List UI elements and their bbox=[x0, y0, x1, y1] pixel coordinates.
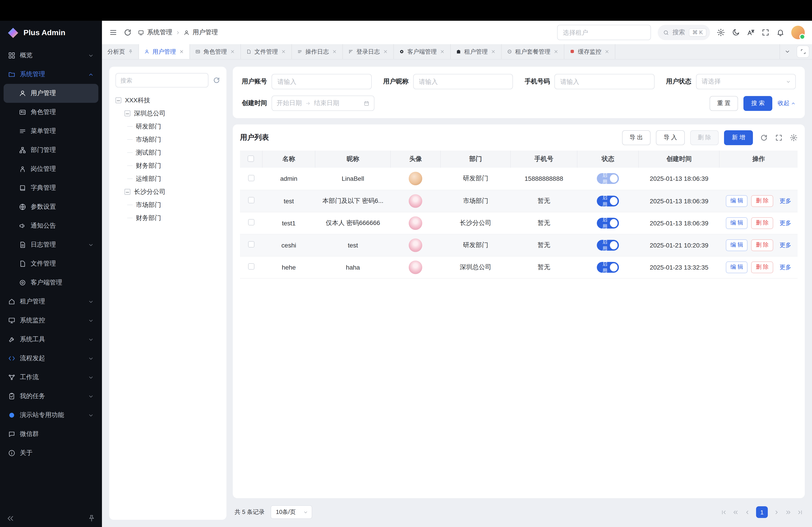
collapse-filters-link[interactable]: 收起 bbox=[778, 99, 796, 107]
delete-row-button[interactable]: 删 除 bbox=[751, 261, 773, 273]
sidebar-item-system[interactable]: 系统管理 bbox=[4, 65, 98, 84]
tab-client-management[interactable]: 客户端管理 bbox=[394, 44, 451, 59]
breadcrumb-item[interactable]: 用户管理 bbox=[193, 28, 218, 36]
tab-tenant-package-management[interactable]: 租户套餐管理 bbox=[502, 44, 564, 59]
reset-button[interactable]: 重 置 bbox=[710, 96, 738, 111]
more-link[interactable]: 更多 bbox=[780, 263, 791, 271]
next-page-button[interactable] bbox=[774, 509, 780, 515]
sidebar-item-wechat-group[interactable]: 微信群 bbox=[4, 425, 98, 443]
settings-button[interactable] bbox=[717, 28, 725, 36]
row-checkbox[interactable] bbox=[248, 197, 254, 203]
fullscreen-button[interactable] bbox=[762, 28, 770, 36]
tree-leaf[interactable]: 运维部门 bbox=[127, 172, 220, 185]
back-5-pages-button[interactable] bbox=[733, 509, 738, 515]
hamburger-menu-button[interactable] bbox=[109, 28, 117, 36]
status-toggle[interactable]: 启用 bbox=[597, 262, 619, 272]
content-fullscreen-button[interactable] bbox=[797, 46, 809, 58]
tree-node-root[interactable]: XXX科技 bbox=[115, 94, 220, 107]
delete-button[interactable]: 删 除 bbox=[690, 130, 719, 145]
close-icon[interactable] bbox=[332, 49, 337, 54]
refresh-page-button[interactable] bbox=[124, 28, 132, 36]
import-button[interactable]: 导 入 bbox=[656, 130, 684, 145]
sidebar-item-files[interactable]: 文件管理 bbox=[4, 254, 98, 273]
table-row[interactable]: test 本部门及以下 密码6... 市场部门 暂无 启用 2025-01-13… bbox=[240, 190, 798, 212]
tab-analysis[interactable]: 分析页 bbox=[102, 44, 139, 59]
close-icon[interactable] bbox=[281, 49, 286, 54]
export-button[interactable]: 导 出 bbox=[622, 130, 651, 145]
tree-node-branch[interactable]: 深圳总公司 bbox=[118, 107, 220, 120]
row-checkbox[interactable] bbox=[248, 241, 254, 247]
tree-leaf[interactable]: 市场部门 bbox=[127, 198, 220, 211]
edit-button[interactable]: 编 辑 bbox=[726, 217, 748, 229]
sidebar-item-notices[interactable]: 通知公告 bbox=[4, 216, 98, 235]
table-fullscreen-button[interactable] bbox=[775, 134, 783, 141]
breadcrumb-item[interactable]: 系统管理 bbox=[147, 28, 172, 36]
tree-leaf[interactable]: 市场部门 bbox=[127, 133, 220, 146]
status-toggle[interactable]: 启用 bbox=[597, 240, 619, 251]
sidebar-item-posts[interactable]: 岗位管理 bbox=[4, 160, 98, 179]
phone-input[interactable] bbox=[554, 74, 654, 89]
logo[interactable]: Plus Admin bbox=[0, 21, 102, 45]
close-icon[interactable] bbox=[179, 49, 184, 54]
global-search-button[interactable]: 搜索 ⌘ K bbox=[657, 25, 710, 40]
tree-node-branch[interactable]: 长沙分公司 bbox=[118, 185, 220, 198]
tab-file-management[interactable]: 文件管理 bbox=[241, 44, 292, 59]
sidebar-item-departments[interactable]: 部门管理 bbox=[4, 141, 98, 160]
close-icon[interactable] bbox=[605, 49, 609, 54]
tree-leaf[interactable]: 财务部门 bbox=[127, 211, 220, 225]
row-checkbox[interactable] bbox=[248, 175, 254, 181]
nickname-input[interactable] bbox=[413, 74, 513, 89]
sidebar-item-process[interactable]: 流程发起 bbox=[4, 349, 98, 368]
tab-operation-log[interactable]: 操作日志 bbox=[292, 44, 343, 59]
tree-collapse-icon[interactable] bbox=[115, 97, 121, 103]
language-button[interactable] bbox=[746, 28, 755, 36]
sidebar-item-my-tasks[interactable]: 我的任务 bbox=[4, 387, 98, 406]
search-button[interactable]: 搜 索 bbox=[744, 96, 772, 111]
delete-row-button[interactable]: 删 除 bbox=[751, 195, 773, 207]
table-settings-button[interactable] bbox=[790, 134, 798, 141]
close-icon[interactable] bbox=[491, 49, 496, 54]
sidebar-item-monitor[interactable]: 系统监控 bbox=[4, 311, 98, 330]
sidebar-item-roles[interactable]: 角色管理 bbox=[4, 103, 98, 122]
date-range-picker[interactable]: 开始日期 结束日期 bbox=[272, 95, 374, 111]
table-row[interactable]: ceshi test 研发部门 暂无 启用 2025-01-21 10:20:3… bbox=[240, 234, 798, 256]
delete-row-button[interactable]: 删 除 bbox=[751, 239, 773, 251]
table-row[interactable]: admin LinaBell 研发部门 15888888888 启用 2025-… bbox=[240, 168, 798, 190]
more-link[interactable]: 更多 bbox=[780, 241, 791, 249]
sidebar-item-demo-features[interactable]: 演示站专用功能 bbox=[4, 406, 98, 425]
more-link[interactable]: 更多 bbox=[780, 197, 791, 205]
close-icon[interactable] bbox=[440, 49, 445, 54]
sidebar-item-workflow[interactable]: 工作流 bbox=[4, 368, 98, 387]
tab-user-management[interactable]: 用户管理 bbox=[139, 44, 190, 59]
tree-leaf[interactable]: 研发部门 bbox=[127, 120, 220, 133]
tree-search-input[interactable] bbox=[115, 73, 208, 88]
tree-leaf[interactable]: 财务部门 bbox=[127, 159, 220, 172]
edit-button[interactable]: 编 辑 bbox=[726, 195, 748, 207]
more-link[interactable]: 更多 bbox=[780, 219, 791, 227]
user-avatar[interactable] bbox=[791, 26, 805, 39]
tab-role-management[interactable]: 角色管理 bbox=[190, 44, 241, 59]
tenant-select-input[interactable] bbox=[557, 25, 651, 40]
sidebar-item-about[interactable]: 关于 bbox=[4, 443, 98, 463]
dark-mode-button[interactable] bbox=[732, 28, 740, 36]
tabs-dropdown-button[interactable] bbox=[780, 44, 795, 59]
first-page-button[interactable] bbox=[721, 509, 727, 515]
sidebar-item-logs[interactable]: 日志管理 bbox=[4, 235, 98, 254]
forward-5-pages-button[interactable] bbox=[785, 509, 791, 515]
table-row[interactable]: hehe haha 深圳总公司 暂无 启用 2025-01-23 13:32:3… bbox=[240, 256, 798, 278]
pin-sidebar-button[interactable] bbox=[88, 514, 96, 523]
pin-icon[interactable] bbox=[128, 49, 133, 54]
row-checkbox[interactable] bbox=[248, 263, 254, 270]
account-input[interactable] bbox=[272, 74, 372, 89]
sidebar-item-overview[interactable]: 概览 bbox=[4, 46, 98, 65]
edit-button[interactable]: 编 辑 bbox=[726, 239, 748, 251]
sidebar-item-menus[interactable]: 菜单管理 bbox=[4, 122, 98, 141]
sidebar-item-parameters[interactable]: 参数设置 bbox=[4, 197, 98, 216]
status-toggle[interactable]: 启用 bbox=[597, 195, 619, 206]
sidebar-item-tools[interactable]: 系统工具 bbox=[4, 330, 98, 349]
status-toggle[interactable]: 启用 bbox=[597, 217, 619, 228]
table-row[interactable]: test1 仅本人 密码666666 长沙分公司 暂无 启用 2025-01-1… bbox=[240, 212, 798, 234]
select-all-checkbox[interactable] bbox=[248, 155, 254, 162]
tab-tenant-management[interactable]: 租户管理 bbox=[451, 44, 502, 59]
last-page-button[interactable] bbox=[797, 509, 803, 515]
